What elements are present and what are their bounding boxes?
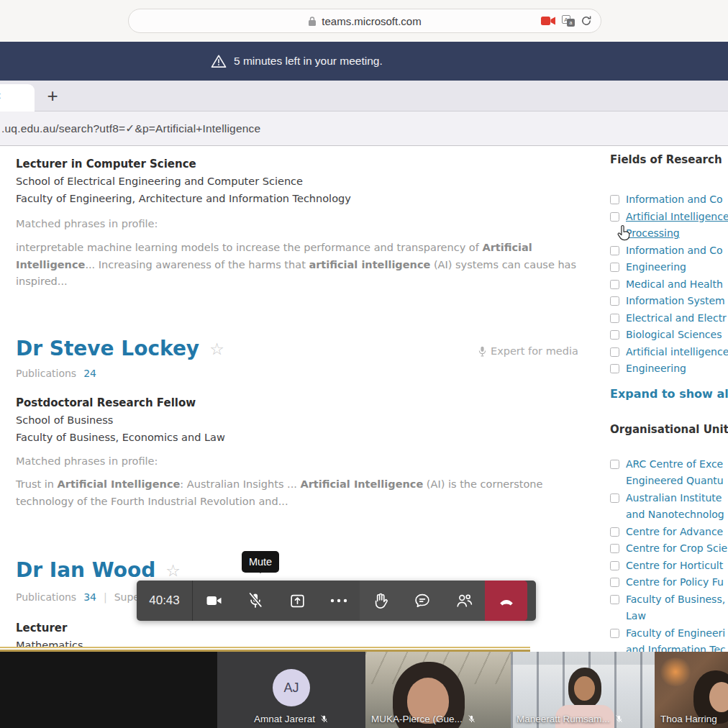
facet-checkbox[interactable] — [610, 314, 619, 323]
browser-address-row[interactable]: .uq.edu.au/search?utf8=✓&p=Artificial+In… — [0, 112, 728, 146]
translate-icon[interactable]: A a — [562, 15, 575, 27]
facet-checkbox[interactable] — [610, 364, 619, 373]
facet-row: ARC Centre of ExceEngineered Quantu — [610, 456, 728, 490]
facet-link[interactable]: Faculty of Business,Law — [626, 591, 725, 625]
facet-link[interactable]: Information and Co — [626, 191, 723, 209]
participant-face — [574, 676, 595, 701]
participant-name: Thoa Harring — [660, 714, 717, 724]
facet-link[interactable]: Engineering — [626, 259, 686, 276]
facet-row: Artificial intelligence — [610, 344, 728, 361]
active-tab[interactable]: × — [0, 84, 35, 112]
facet-checkbox[interactable] — [610, 595, 619, 604]
reload-icon[interactable] — [581, 15, 592, 27]
facet-row: Information and Co — [610, 242, 728, 260]
matched-snippet: Trust in Artificial Intelligence: Austra… — [16, 476, 563, 510]
facet-row: Engineering — [610, 360, 728, 378]
facet-checkbox[interactable] — [610, 578, 619, 587]
researcher-name-link[interactable]: Dr Steve Lockey — [16, 337, 199, 361]
facet-checkbox[interactable] — [610, 212, 619, 222]
expand-to-show-all-link[interactable]: Expand to show all — [610, 386, 728, 403]
facet-link[interactable]: Electrical and Electr — [626, 310, 727, 327]
facet-checkbox[interactable] — [610, 544, 619, 553]
video-tile-participant[interactable]: Maneeratt Rumsam... — [511, 652, 655, 728]
publications-count-link[interactable]: 24 — [83, 368, 96, 379]
facet-link[interactable]: Biological Sciences — [626, 327, 722, 344]
facet-row: Faculty of Business,Law — [610, 591, 728, 625]
mic-muted-icon — [319, 714, 329, 724]
close-tab-icon[interactable]: × — [0, 90, 4, 103]
result-faculty: Faculty of Engineering, Architecture and… — [16, 190, 591, 207]
microphone-icon — [478, 346, 486, 357]
facet-checkbox[interactable] — [610, 527, 619, 537]
participant-video-strip: AJ Amnat Jarerat MUKA-Pierce (Gue... Man… — [0, 652, 728, 728]
facet-checkbox[interactable] — [610, 561, 619, 570]
facet-checkbox[interactable] — [610, 493, 619, 503]
video-tile-empty[interactable] — [0, 652, 217, 728]
meeting-time-banner: 5 minutes left in your meeting. — [0, 42, 728, 81]
facet-link[interactable]: Centre for Horticult — [626, 558, 723, 575]
facet-link[interactable]: Engineering — [626, 360, 686, 378]
facet-link[interactable]: Medical and Health — [626, 276, 723, 294]
organisational-unit-heading: Organisational Unit — [610, 422, 728, 437]
camera-button[interactable] — [193, 581, 235, 621]
warning-icon — [211, 54, 227, 68]
facet-row: Australian Instituteand Nanotechnolog — [610, 490, 728, 524]
matched-label: Matched phrases in profile: — [16, 453, 591, 469]
meeting-timer: 40:43 — [137, 581, 192, 621]
hang-up-button[interactable] — [485, 581, 527, 621]
address-text: teams.microsoft.com — [322, 15, 421, 27]
raise-hand-button[interactable] — [360, 581, 401, 621]
facet-row: Centre for Crop Scie — [610, 540, 728, 558]
facet-checkbox[interactable] — [610, 330, 619, 340]
facet-checkbox[interactable] — [610, 263, 619, 272]
facet-checkbox[interactable] — [610, 296, 619, 306]
video-tile-participant[interactable]: AJ Amnat Jarerat — [217, 652, 365, 728]
facet-checkbox[interactable] — [610, 246, 619, 255]
facet-checkbox[interactable] — [610, 460, 619, 469]
organisational-unit-list: ARC Centre of ExceEngineered Quantu Aust… — [610, 456, 728, 659]
publications-row: Publications24 — [16, 366, 591, 381]
facet-row: Centre for Advance — [610, 524, 728, 541]
facet-link[interactable]: Australian Instituteand Nanotechnolog — [626, 490, 724, 524]
facet-link[interactable]: Centre for Crop Scie — [626, 540, 727, 558]
participants-button[interactable] — [443, 581, 485, 621]
facet-checkbox[interactable] — [610, 280, 619, 289]
fields-of-research-heading: Fields of Research — [610, 153, 728, 167]
mute-tooltip: Mute — [242, 551, 279, 573]
video-tile-participant[interactable]: MUKA-Pierce (Gue... — [365, 652, 511, 728]
facet-checkbox[interactable] — [610, 195, 619, 204]
result-item: Dr Steve Lockey ☆ Expert for media Publi… — [16, 337, 591, 510]
mic-muted-button[interactable] — [235, 581, 276, 621]
researcher-name-link[interactable]: Dr Ian Wood — [16, 558, 155, 583]
facet-link[interactable]: Information and Co — [626, 242, 723, 260]
camera-active-icon[interactable] — [541, 16, 556, 26]
facet-row: Medical and Health — [610, 276, 728, 294]
result-position: Lecturer — [16, 619, 591, 637]
facet-row: Information System — [610, 293, 728, 310]
chat-button[interactable] — [401, 581, 443, 621]
new-tab-button[interactable]: + — [42, 85, 63, 106]
teams-address-bar[interactable]: teams.microsoft.com A a — [128, 9, 601, 33]
matched-snippet: interpretable machine learning models to… — [16, 240, 588, 291]
favourite-star-icon[interactable]: ☆ — [165, 562, 181, 579]
facet-checkbox[interactable] — [610, 347, 619, 357]
browser-tab-strip: × + — [0, 81, 728, 112]
facet-row: Biological Sciences — [610, 327, 728, 344]
facet-link-hovered[interactable]: Artificial IntelligenceProcessing — [626, 209, 728, 242]
facet-link[interactable]: Information System — [626, 293, 725, 310]
facet-row: Centre for Policy Fu — [610, 574, 728, 591]
publications-count-link[interactable]: 34 — [83, 591, 96, 603]
facet-link[interactable]: ARC Centre of ExceEngineered Quantu — [626, 456, 724, 490]
participant-name: MUKA-Pierce (Gue... — [371, 714, 463, 724]
facet-link[interactable]: Centre for Policy Fu — [626, 574, 724, 591]
facet-link[interactable]: Centre for Advance — [626, 524, 723, 541]
share-screen-button[interactable] — [276, 581, 318, 621]
video-tile-participant[interactable]: Thoa Harring — [655, 652, 728, 728]
result-item: Lecturer in Computer Science School of E… — [16, 155, 591, 291]
favourite-star-icon[interactable]: ☆ — [209, 340, 224, 358]
more-options-button[interactable] — [318, 581, 360, 621]
result-school: School of Electrical Engineering and Com… — [16, 173, 591, 190]
facet-checkbox[interactable] — [610, 629, 619, 638]
shared-screen-highlight-line — [0, 647, 530, 652]
facet-link[interactable]: Artificial intelligence — [626, 344, 728, 361]
